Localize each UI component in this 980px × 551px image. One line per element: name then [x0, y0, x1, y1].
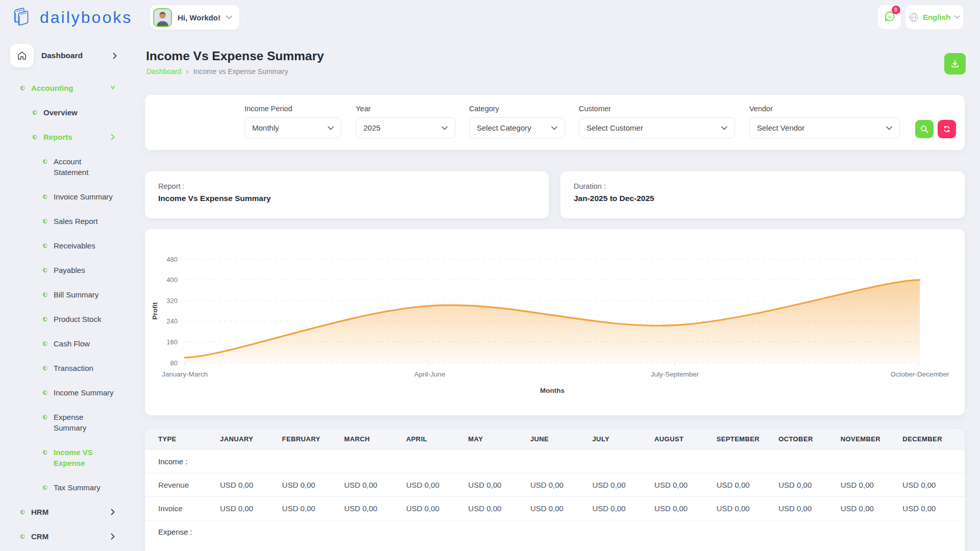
category-select[interactable]: Select Category: [469, 117, 565, 138]
sidebar-item-income-vs-expense[interactable]: Income VS Expense: [0, 447, 136, 468]
amount-cell: USD 0,00: [282, 496, 345, 520]
column-header-february: FEBRUARY: [282, 429, 345, 449]
column-header-may: MAY: [468, 429, 530, 449]
amount-cell: USD 0,00: [220, 496, 282, 520]
amount-cell: USD 0,00: [902, 473, 965, 496]
sidebar-item-label: Income VS Expense: [54, 447, 114, 468]
apply-filter-button[interactable]: [915, 120, 934, 138]
customer-select[interactable]: Select Customer: [579, 117, 735, 138]
x-axis-title: Months: [540, 387, 565, 394]
section-row-income: Income :: [145, 449, 965, 473]
bullet-icon: [33, 110, 37, 115]
amount-cell: USD 0,00: [841, 496, 903, 520]
profit-area-chart: 48040032024016080ProfitJanuary-MarchApri…: [145, 229, 965, 415]
sidebar-item-label: Invoice Summary: [54, 191, 113, 202]
amount-cell: USD 0,00: [654, 473, 717, 496]
amount-cell: USD 0,00: [717, 473, 779, 496]
user-menu[interactable]: Hi, Workdo!: [150, 5, 239, 30]
sidebar-item-invoice-summary[interactable]: Invoice Summary: [0, 191, 136, 202]
sidebar-item-label: Reports: [43, 132, 72, 142]
filter-field-vendor: VendorSelect Vendor: [749, 105, 900, 138]
sidebar-item-hrm[interactable]: HRM: [0, 507, 136, 517]
sidebar-item-label: Cash Flow: [54, 338, 90, 349]
column-header-september: SEPTEMBER: [717, 429, 779, 449]
bullet-icon: [20, 86, 25, 90]
income-period-select[interactable]: Monthly: [244, 117, 341, 138]
select-value: Monthly: [252, 123, 279, 132]
bullet-icon: [33, 135, 37, 139]
sidebar-item-reports[interactable]: Reports: [0, 132, 136, 142]
sidebar-item-dashboard[interactable]: Dashboard: [10, 44, 136, 67]
sidebar-item-crm[interactable]: CRM: [0, 531, 136, 542]
sidebar-item-label: Product Stock: [54, 314, 101, 324]
reset-filter-button[interactable]: [938, 120, 956, 138]
breadcrumb-dashboard-link[interactable]: Dashboard: [146, 67, 182, 76]
sidebar-item-cash-flow[interactable]: Cash Flow: [0, 338, 136, 349]
sidebar-item-sales-report[interactable]: Sales Report: [0, 216, 136, 227]
amount-cell: USD 0,00: [468, 473, 530, 496]
sidebar-item-transaction[interactable]: Transaction: [0, 363, 136, 373]
chevron-down-icon: [886, 126, 892, 130]
sidebar-item-accounting[interactable]: Accounting: [0, 83, 136, 93]
x-tick-label: July-September: [651, 370, 699, 378]
select-value: Select Vendor: [757, 123, 804, 132]
vendor-select[interactable]: Select Vendor: [749, 117, 900, 138]
chevron-down-icon: [442, 126, 448, 130]
sidebar-item-label: Accounting: [31, 83, 74, 93]
column-header-january: JANUARY: [220, 429, 282, 449]
column-header-august: AUGUST: [654, 429, 717, 449]
notifications-button[interactable]: 0: [878, 5, 901, 29]
amount-cell: USD 0,00: [717, 496, 779, 520]
y-axis-title: Profit: [151, 302, 159, 320]
sidebar-item-overview[interactable]: Overview: [0, 107, 136, 118]
column-header-march: MARCH: [344, 429, 406, 449]
profit-chart-card: 48040032024016080ProfitJanuary-MarchApri…: [145, 229, 965, 415]
sidebar-item-label: HRM: [31, 507, 48, 517]
brand-name: dailybooks: [40, 8, 132, 27]
column-header-december: DECEMBER: [902, 429, 965, 449]
bullet-icon: [43, 415, 47, 419]
report-label: Report :: [158, 182, 535, 190]
sidebar-item-product-stock[interactable]: Product Stock: [0, 314, 136, 324]
brand-logo[interactable]: dailybooks: [10, 6, 132, 29]
filter-field-year: Year2025: [356, 105, 455, 138]
amount-cell: USD 0,00: [406, 496, 469, 520]
breadcrumb-separator-icon: ›: [186, 67, 189, 76]
row-type: Invoice: [145, 496, 220, 520]
amount-cell: USD 0,00: [282, 473, 345, 496]
bullet-icon: [43, 366, 47, 370]
amount-cell: USD 0,00: [220, 473, 282, 496]
report-value: Income Vs Expense Summary: [158, 194, 535, 203]
sidebar-item-expense-summary[interactable]: Expense Summary: [0, 412, 136, 433]
sidebar-item-receivables[interactable]: Receivables: [0, 240, 136, 251]
sidebar-item-payables[interactable]: Payables: [0, 265, 136, 276]
sidebar: Dashboard AccountingOverviewReportsAccou…: [0, 44, 136, 551]
amount-cell: USD 0,00: [778, 473, 841, 496]
bullet-icon: [43, 450, 47, 455]
amount-cell: USD 0,00: [344, 473, 406, 496]
year-select[interactable]: 2025: [356, 117, 455, 138]
sidebar-item-account-statement[interactable]: Account Statement: [0, 156, 136, 178]
sidebar-item-label: Overview: [43, 107, 78, 118]
bullet-icon: [43, 292, 47, 297]
y-tick-label: 400: [166, 276, 178, 284]
download-report-button[interactable]: [944, 53, 966, 74]
home-icon: [10, 44, 34, 67]
books-logo-icon: [10, 6, 34, 29]
select-value: 2025: [363, 123, 380, 132]
chevron-down-icon: [111, 85, 115, 91]
sidebar-item-label: Account Statement: [54, 156, 114, 178]
section-label: Expense :: [145, 520, 220, 543]
sidebar-item-bill-summary[interactable]: Bill Summary: [0, 289, 136, 300]
chevron-right-icon: [111, 533, 115, 540]
y-tick-label: 80: [170, 359, 178, 367]
bullet-icon: [20, 534, 25, 539]
sidebar-item-tax-summary[interactable]: Tax Summary: [0, 482, 136, 493]
bullet-icon: [43, 317, 47, 321]
sidebar-item-income-summary[interactable]: Income Summary: [0, 387, 136, 398]
table-header-row: TYPEJANUARYFEBRUARYMARCHAPRILMAYJUNEJULY…: [145, 429, 965, 449]
filter-field-income-period: Income PeriodMonthly: [244, 105, 341, 138]
language-selector[interactable]: English: [905, 5, 963, 29]
column-header-october: OCTOBER: [778, 429, 841, 449]
chevron-right-icon: [111, 134, 115, 140]
